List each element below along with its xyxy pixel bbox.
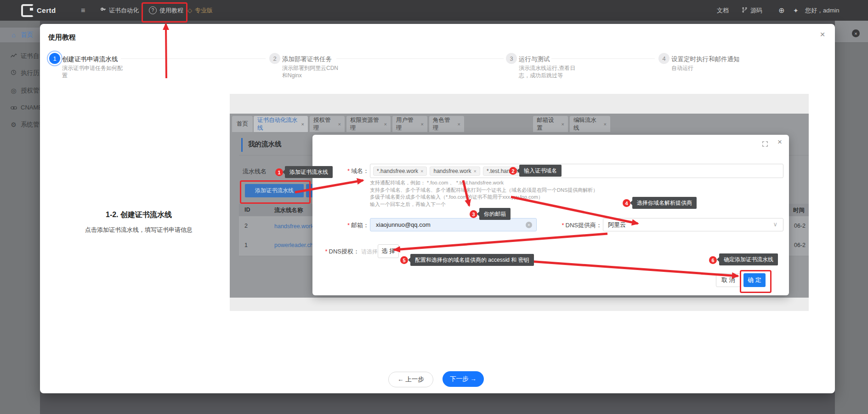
ok-button[interactable]: 确 定: [743, 273, 766, 287]
tab-mail-settings[interactable]: 邮箱设置×: [533, 116, 568, 132]
close-icon[interactable]: ×: [458, 121, 460, 127]
close-icon[interactable]: ×: [384, 121, 387, 127]
col-time: 时间: [793, 207, 805, 214]
step-caption: 1-2. 创建证书流水线 点击添加证书流水线，填写证书申请信息: [42, 210, 235, 234]
step-connector: [121, 58, 266, 59]
caption-title: 1-2. 创建证书流水线: [42, 210, 235, 220]
close-icon[interactable]: ×: [777, 138, 782, 147]
annotation-badge-6: 6: [709, 256, 717, 264]
language-globe-icon[interactable]: ⊕: [778, 0, 784, 21]
clear-icon[interactable]: ×: [526, 222, 532, 228]
domain-tag[interactable]: *.handsfree.work×: [373, 167, 427, 176]
annotation-badge-4: 4: [623, 199, 630, 207]
domain-help-text: 支持通配符域名，例如： *.foo.com 、 *.test.handsfree…: [370, 179, 786, 208]
link-icon: [10, 104, 17, 111]
key-icon: [100, 7, 106, 14]
clock-icon: [10, 69, 17, 77]
step-4-desc: 自动运行: [671, 64, 736, 72]
close-icon[interactable]: ×: [562, 121, 564, 127]
pipeline-name-filter-label: 流水线名: [243, 167, 267, 176]
close-icon[interactable]: ×: [301, 121, 304, 127]
close-icon[interactable]: ×: [604, 121, 607, 127]
sidebar: ⌂ 首页 证书自动化 执行历史 ◎ 授权管理 CNAME设置 ⚙ 系统管理: [0, 21, 40, 414]
annotation-tip-1: 添加证书流水线: [285, 166, 333, 178]
step-2-indicator: 2: [269, 53, 280, 64]
screenshot-bottom-strip: [230, 298, 809, 311]
tab-cert-pipeline[interactable]: 证书自动化流水线×: [254, 116, 308, 132]
sidebar-item-cname[interactable]: CNAME设置: [0, 100, 40, 115]
brand-name: Certd: [37, 6, 56, 14]
annotation-badge-5: 5: [400, 256, 408, 264]
panel-title: 我的流水线: [248, 140, 282, 149]
tab-roles[interactable]: 角色管理×: [429, 116, 464, 132]
annotation-tip-3: 你的邮箱: [479, 208, 511, 220]
caption-desc: 点击添加证书流水线，填写证书申请信息: [42, 226, 235, 234]
dns-provider-label: *DNS提供商：: [554, 221, 602, 230]
dns-provider-select[interactable]: 阿里云 ∨: [603, 218, 783, 231]
sidebar-item-cert-automation[interactable]: 证书自动化: [0, 49, 40, 63]
nav-docs[interactable]: 文档: [717, 0, 729, 21]
tab-authorization[interactable]: 授权管理×: [310, 116, 345, 132]
row-time: 06-2: [794, 223, 806, 229]
cancel-button[interactable]: 取 消: [716, 273, 741, 287]
row-id: 2: [244, 223, 248, 229]
home-icon: ⌂: [10, 31, 17, 39]
menu-tutorial[interactable]: ? 使用教程: [149, 0, 183, 21]
annotation-tip-2: 输入证书域名: [519, 165, 562, 177]
step-2-desc: 演示部署到阿里云CDN和Nginx: [282, 64, 343, 79]
close-circle-icon[interactable]: ×: [852, 29, 860, 37]
fullscreen-icon[interactable]: [762, 141, 768, 149]
step-1-desc: 演示证书申请任务如何配置: [62, 64, 123, 79]
choose-button[interactable]: 选 择: [378, 244, 399, 258]
sidebar-item-home[interactable]: ⌂ 首页: [0, 28, 40, 42]
top-navbar: Certd ≡ 证书自动化 ? 使用教程 ◇ 专业版 文档 源码 ⊕ ✦ 您好，…: [0, 0, 868, 21]
gear-icon: ⚙: [10, 121, 17, 128]
required-asterisk: *: [562, 222, 564, 229]
sidebar-item-authorization[interactable]: ◎ 授权管理: [0, 83, 40, 98]
sidebar-item-system[interactable]: ⚙ 系统管理: [0, 117, 40, 132]
panel-accent-bar: [241, 138, 243, 152]
sidebar-item-history[interactable]: 执行历史: [0, 66, 40, 80]
sparkles-icon[interactable]: ✦: [793, 0, 799, 21]
step-2-title: 添加部署证书任务: [282, 55, 332, 63]
close-icon[interactable]: ×: [338, 121, 341, 127]
add-pipeline-button[interactable]: 添加证书流水线: [245, 184, 304, 197]
collapse-menu-icon[interactable]: ≡: [81, 0, 85, 21]
step-connector: [336, 58, 504, 59]
chevron-down-icon: ∨: [773, 221, 777, 228]
dns-auth-placeholder: 请选择: [361, 248, 378, 256]
annotation-tip-6: 确定添加证书流水线: [719, 253, 778, 265]
question-circle-icon: ?: [149, 6, 157, 14]
tutorial-screenshot: 首页 证书自动化流水线× 授权管理× 权限资源管理× 用户管理× 角色管理× 邮…: [230, 94, 809, 311]
close-icon[interactable]: ×: [420, 168, 423, 174]
domain-tags-input[interactable]: *.handsfree.work× handsfree.work× *.test…: [370, 164, 783, 178]
step-connector: [551, 58, 655, 59]
tab-permission[interactable]: 权限资源管理×: [346, 116, 391, 132]
nav-source-code[interactable]: 源码: [742, 0, 762, 21]
required-asterisk: *: [347, 167, 350, 174]
next-step-button[interactable]: 下一步 →: [443, 371, 484, 387]
modal-title: 使用教程: [48, 33, 76, 42]
close-icon[interactable]: ×: [817, 29, 828, 40]
user-greeting[interactable]: 您好，admin: [805, 0, 868, 21]
menu-cert-automation[interactable]: 证书自动化: [100, 0, 139, 21]
dns-auth-label: *DNS授权：: [318, 247, 359, 256]
row-id: 1: [244, 242, 248, 248]
annotation-badge-2: 2: [509, 167, 517, 175]
annotation-tip-5: 配置和选择你的域名提供商的 accessid 和 密钥: [410, 254, 534, 266]
step-4-title: 设置定时执行和邮件通知: [671, 55, 740, 63]
screenshot-top-strip: [230, 94, 809, 114]
tab-home[interactable]: 首页: [232, 116, 253, 132]
annotation-tip-4: 选择你域名解析提供商: [632, 197, 697, 209]
brand[interactable]: Certd: [21, 0, 56, 21]
close-icon[interactable]: ×: [474, 168, 477, 174]
pipeline-link[interactable]: powerleader.chat: [274, 242, 318, 248]
annotation-badge-3: 3: [470, 210, 477, 218]
menu-pro-edition[interactable]: ◇ 专业版: [187, 0, 213, 21]
domain-tag[interactable]: handsfree.work×: [430, 167, 480, 176]
tab-edit-pipeline[interactable]: 编辑流水线×: [570, 116, 610, 132]
tab-users[interactable]: 用户管理×: [392, 116, 427, 132]
email-input[interactable]: xiaojunnuo@qq.com ×: [370, 218, 537, 231]
prev-step-button[interactable]: ← 上一步: [388, 372, 433, 387]
close-icon[interactable]: ×: [421, 121, 424, 127]
